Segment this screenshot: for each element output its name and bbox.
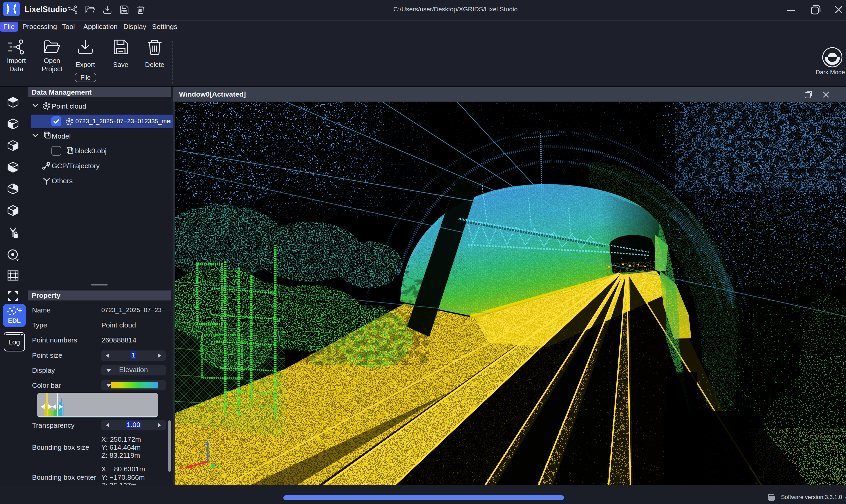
svg-text:EDL: EDL xyxy=(8,317,21,324)
svg-text:X: X xyxy=(180,464,184,470)
svg-text:Z: Z xyxy=(207,434,210,440)
svg-text:Y: Y xyxy=(217,463,220,469)
